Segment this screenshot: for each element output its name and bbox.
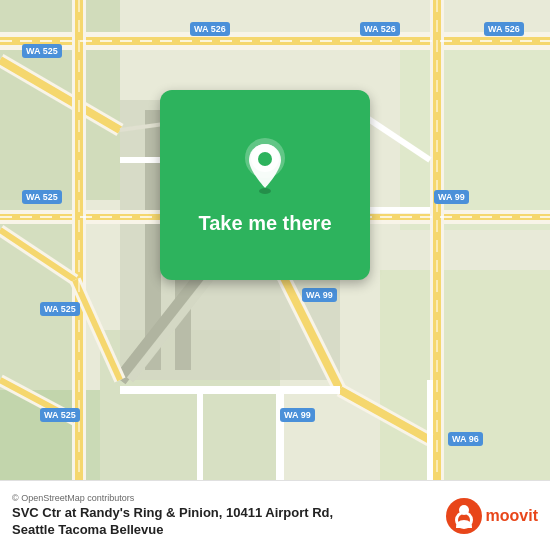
info-bar: © OpenStreetMap contributors SVC Ctr at … — [0, 480, 550, 550]
highway-badge-wa99-3: WA 99 — [280, 408, 315, 422]
location-pin-icon — [240, 136, 290, 196]
take-me-there-button[interactable]: Take me there — [160, 90, 370, 280]
cta-label: Take me there — [198, 212, 331, 235]
highway-badge-wa96: WA 96 — [448, 432, 483, 446]
highway-badge-wa99-1: WA 99 — [434, 190, 469, 204]
highway-badge-wa526-1: WA 526 — [190, 22, 230, 36]
highway-badge-wa525-1: WA 525 — [22, 44, 62, 58]
svg-point-52 — [459, 505, 469, 515]
brand-name: moovit — [486, 507, 538, 525]
svg-point-48 — [258, 152, 272, 166]
highway-badge-wa526-2: WA 526 — [360, 22, 400, 36]
location-info: © OpenStreetMap contributors SVC Ctr at … — [12, 493, 446, 539]
highway-badge-wa99-2: WA 99 — [302, 288, 337, 302]
highway-badge-wa525-3: WA 525 — [40, 302, 80, 316]
highway-badge-wa526-3: WA 526 — [484, 22, 524, 36]
svg-point-47 — [259, 188, 271, 194]
location-name: SVC Ctr at Randy's Ring & Pinion, 10411 … — [12, 505, 446, 539]
map-container: WA 525 WA 526 WA 526 WA 526 WA 525 WA 99… — [0, 0, 550, 480]
osm-attribution: © OpenStreetMap contributors — [12, 493, 446, 503]
moovit-icon — [446, 498, 482, 534]
highway-badge-wa525-2: WA 525 — [22, 190, 62, 204]
highway-badge-wa525-4: WA 525 — [40, 408, 80, 422]
moovit-logo: moovit — [446, 498, 538, 534]
